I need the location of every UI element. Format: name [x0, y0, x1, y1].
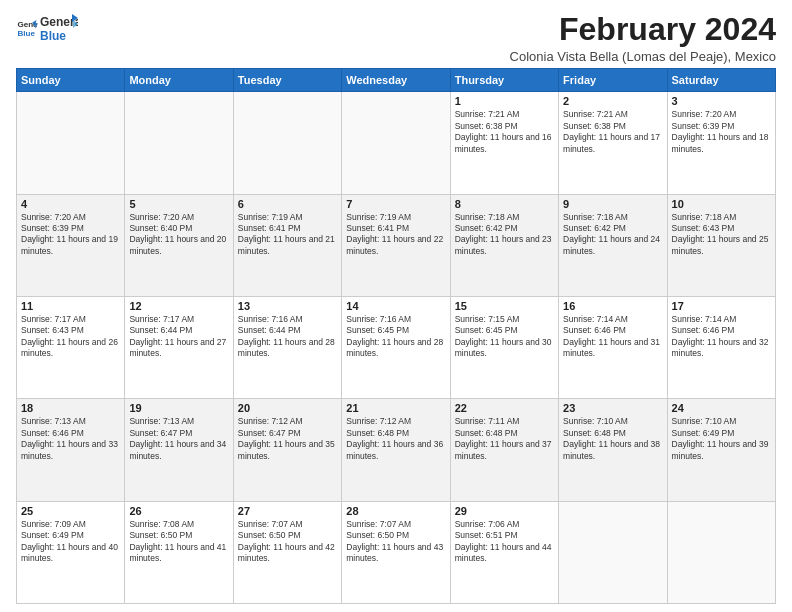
- day-info: Sunrise: 7:20 AMSunset: 6:39 PMDaylight:…: [672, 109, 771, 155]
- day-info: Sunrise: 7:19 AMSunset: 6:41 PMDaylight:…: [238, 212, 337, 258]
- week-row-5: 25Sunrise: 7:09 AMSunset: 6:49 PMDayligh…: [17, 501, 776, 603]
- col-tuesday: Tuesday: [233, 69, 341, 92]
- table-row: 4Sunrise: 7:20 AMSunset: 6:39 PMDaylight…: [17, 194, 125, 296]
- day-info: Sunrise: 7:11 AMSunset: 6:48 PMDaylight:…: [455, 416, 554, 462]
- logo: General Blue General Blue: [16, 12, 78, 44]
- day-number: 5: [129, 198, 228, 210]
- table-row: 15Sunrise: 7:15 AMSunset: 6:45 PMDayligh…: [450, 296, 558, 398]
- day-number: 4: [21, 198, 120, 210]
- week-row-3: 11Sunrise: 7:17 AMSunset: 6:43 PMDayligh…: [17, 296, 776, 398]
- day-number: 21: [346, 402, 445, 414]
- day-info: Sunrise: 7:17 AMSunset: 6:44 PMDaylight:…: [129, 314, 228, 360]
- day-number: 20: [238, 402, 337, 414]
- day-info: Sunrise: 7:17 AMSunset: 6:43 PMDaylight:…: [21, 314, 120, 360]
- main-title: February 2024: [510, 12, 776, 47]
- table-row: 2Sunrise: 7:21 AMSunset: 6:38 PMDaylight…: [559, 92, 667, 194]
- day-number: 3: [672, 95, 771, 107]
- table-row: 22Sunrise: 7:11 AMSunset: 6:48 PMDayligh…: [450, 399, 558, 501]
- day-info: Sunrise: 7:16 AMSunset: 6:45 PMDaylight:…: [346, 314, 445, 360]
- header: General Blue General Blue February 2024 …: [16, 12, 776, 64]
- page: General Blue General Blue February 2024 …: [0, 0, 792, 612]
- subtitle: Colonia Vista Bella (Lomas del Peaje), M…: [510, 49, 776, 64]
- logo-graphic: General Blue: [40, 12, 78, 44]
- table-row: 1Sunrise: 7:21 AMSunset: 6:38 PMDaylight…: [450, 92, 558, 194]
- day-number: 29: [455, 505, 554, 517]
- day-info: Sunrise: 7:12 AMSunset: 6:48 PMDaylight:…: [346, 416, 445, 462]
- table-row: 27Sunrise: 7:07 AMSunset: 6:50 PMDayligh…: [233, 501, 341, 603]
- day-number: 27: [238, 505, 337, 517]
- day-number: 9: [563, 198, 662, 210]
- col-sunday: Sunday: [17, 69, 125, 92]
- day-info: Sunrise: 7:10 AMSunset: 6:48 PMDaylight:…: [563, 416, 662, 462]
- col-saturday: Saturday: [667, 69, 775, 92]
- day-number: 24: [672, 402, 771, 414]
- table-row: 11Sunrise: 7:17 AMSunset: 6:43 PMDayligh…: [17, 296, 125, 398]
- table-row: 17Sunrise: 7:14 AMSunset: 6:46 PMDayligh…: [667, 296, 775, 398]
- day-number: 25: [21, 505, 120, 517]
- col-wednesday: Wednesday: [342, 69, 450, 92]
- table-row: [559, 501, 667, 603]
- table-row: [17, 92, 125, 194]
- day-number: 10: [672, 198, 771, 210]
- table-row: 9Sunrise: 7:18 AMSunset: 6:42 PMDaylight…: [559, 194, 667, 296]
- col-thursday: Thursday: [450, 69, 558, 92]
- day-number: 12: [129, 300, 228, 312]
- table-row: 16Sunrise: 7:14 AMSunset: 6:46 PMDayligh…: [559, 296, 667, 398]
- day-number: 2: [563, 95, 662, 107]
- table-row: 8Sunrise: 7:18 AMSunset: 6:42 PMDaylight…: [450, 194, 558, 296]
- week-row-2: 4Sunrise: 7:20 AMSunset: 6:39 PMDaylight…: [17, 194, 776, 296]
- day-info: Sunrise: 7:18 AMSunset: 6:42 PMDaylight:…: [455, 212, 554, 258]
- week-row-1: 1Sunrise: 7:21 AMSunset: 6:38 PMDaylight…: [17, 92, 776, 194]
- day-info: Sunrise: 7:18 AMSunset: 6:43 PMDaylight:…: [672, 212, 771, 258]
- day-number: 22: [455, 402, 554, 414]
- day-number: 23: [563, 402, 662, 414]
- table-row: [233, 92, 341, 194]
- day-info: Sunrise: 7:14 AMSunset: 6:46 PMDaylight:…: [563, 314, 662, 360]
- day-info: Sunrise: 7:06 AMSunset: 6:51 PMDaylight:…: [455, 519, 554, 565]
- table-row: 7Sunrise: 7:19 AMSunset: 6:41 PMDaylight…: [342, 194, 450, 296]
- table-row: 25Sunrise: 7:09 AMSunset: 6:49 PMDayligh…: [17, 501, 125, 603]
- day-info: Sunrise: 7:20 AMSunset: 6:40 PMDaylight:…: [129, 212, 228, 258]
- day-info: Sunrise: 7:19 AMSunset: 6:41 PMDaylight:…: [346, 212, 445, 258]
- day-info: Sunrise: 7:07 AMSunset: 6:50 PMDaylight:…: [238, 519, 337, 565]
- table-row: [125, 92, 233, 194]
- day-number: 16: [563, 300, 662, 312]
- day-number: 7: [346, 198, 445, 210]
- table-row: 28Sunrise: 7:07 AMSunset: 6:50 PMDayligh…: [342, 501, 450, 603]
- day-info: Sunrise: 7:07 AMSunset: 6:50 PMDaylight:…: [346, 519, 445, 565]
- day-info: Sunrise: 7:10 AMSunset: 6:49 PMDaylight:…: [672, 416, 771, 462]
- table-row: 3Sunrise: 7:20 AMSunset: 6:39 PMDaylight…: [667, 92, 775, 194]
- table-row: [667, 501, 775, 603]
- col-friday: Friday: [559, 69, 667, 92]
- day-info: Sunrise: 7:08 AMSunset: 6:50 PMDaylight:…: [129, 519, 228, 565]
- day-info: Sunrise: 7:09 AMSunset: 6:49 PMDaylight:…: [21, 519, 120, 565]
- day-number: 18: [21, 402, 120, 414]
- day-number: 13: [238, 300, 337, 312]
- table-row: [342, 92, 450, 194]
- logo-icon: General Blue: [16, 17, 38, 39]
- day-info: Sunrise: 7:14 AMSunset: 6:46 PMDaylight:…: [672, 314, 771, 360]
- day-number: 14: [346, 300, 445, 312]
- day-info: Sunrise: 7:21 AMSunset: 6:38 PMDaylight:…: [455, 109, 554, 155]
- table-row: 13Sunrise: 7:16 AMSunset: 6:44 PMDayligh…: [233, 296, 341, 398]
- day-number: 6: [238, 198, 337, 210]
- table-row: 20Sunrise: 7:12 AMSunset: 6:47 PMDayligh…: [233, 399, 341, 501]
- table-row: 5Sunrise: 7:20 AMSunset: 6:40 PMDaylight…: [125, 194, 233, 296]
- day-info: Sunrise: 7:21 AMSunset: 6:38 PMDaylight:…: [563, 109, 662, 155]
- calendar-table: Sunday Monday Tuesday Wednesday Thursday…: [16, 68, 776, 604]
- day-number: 15: [455, 300, 554, 312]
- day-number: 28: [346, 505, 445, 517]
- table-row: 12Sunrise: 7:17 AMSunset: 6:44 PMDayligh…: [125, 296, 233, 398]
- svg-text:Blue: Blue: [40, 29, 66, 43]
- title-section: February 2024 Colonia Vista Bella (Lomas…: [510, 12, 776, 64]
- table-row: 10Sunrise: 7:18 AMSunset: 6:43 PMDayligh…: [667, 194, 775, 296]
- day-info: Sunrise: 7:18 AMSunset: 6:42 PMDaylight:…: [563, 212, 662, 258]
- calendar-header-row: Sunday Monday Tuesday Wednesday Thursday…: [17, 69, 776, 92]
- day-number: 17: [672, 300, 771, 312]
- table-row: 24Sunrise: 7:10 AMSunset: 6:49 PMDayligh…: [667, 399, 775, 501]
- col-monday: Monday: [125, 69, 233, 92]
- table-row: 26Sunrise: 7:08 AMSunset: 6:50 PMDayligh…: [125, 501, 233, 603]
- day-number: 19: [129, 402, 228, 414]
- table-row: 19Sunrise: 7:13 AMSunset: 6:47 PMDayligh…: [125, 399, 233, 501]
- table-row: 18Sunrise: 7:13 AMSunset: 6:46 PMDayligh…: [17, 399, 125, 501]
